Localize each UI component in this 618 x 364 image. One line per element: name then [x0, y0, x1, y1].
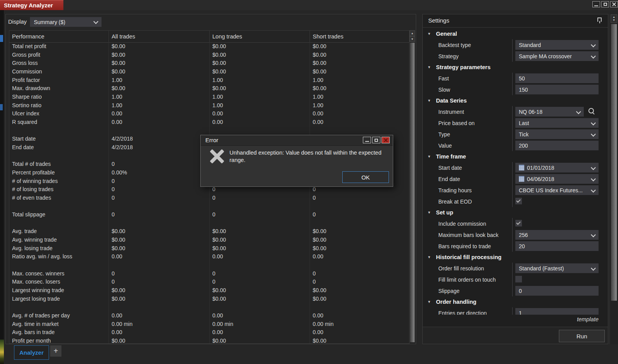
- settings-panel: Settings ▼GeneralBacktest typeStandardSt…: [422, 14, 608, 344]
- setting-row-break-at-eod: Break at EOD: [423, 196, 608, 207]
- maximum-bars-look-back-select[interactable]: 256: [515, 230, 599, 240]
- section-header-strategy-parameters[interactable]: ▼Strategy parameters: [423, 62, 608, 73]
- column-header-long-trades[interactable]: Long trades: [210, 31, 310, 42]
- section-collapse-icon: ▼: [427, 300, 436, 304]
- section-collapse-icon: ▼: [427, 99, 436, 103]
- section-header-general[interactable]: ▼General: [423, 28, 608, 39]
- dialog-maximize-button[interactable]: [372, 137, 380, 143]
- backtest-type-select[interactable]: Standard: [515, 40, 599, 50]
- slippage-input[interactable]: 0: [515, 286, 599, 296]
- fast-input[interactable]: 50: [515, 73, 599, 83]
- section-header-data-series[interactable]: ▼Data Series: [423, 95, 608, 106]
- include-commission-checkbox[interactable]: [515, 220, 522, 226]
- break-at-eod-checkbox[interactable]: [515, 198, 522, 204]
- scroll-up-button[interactable]: ▲: [410, 30, 415, 36]
- row-label: Sortino ratio: [9, 101, 109, 110]
- table-row[interactable]: Sortino ratio1.001.001.00: [9, 101, 409, 110]
- run-button[interactable]: Run: [559, 330, 605, 342]
- strategy-select[interactable]: Sample MA crossover: [515, 51, 599, 61]
- chevron-down-icon: [591, 54, 596, 59]
- setting-label: Start date: [438, 165, 462, 171]
- display-select[interactable]: Summary ($): [30, 17, 102, 27]
- start-date-select[interactable]: 01/01/2018: [515, 163, 599, 172]
- table-row[interactable]: Avg. losing trade$0.00$0.00$0.00: [9, 244, 409, 253]
- grid-scrollbar[interactable]: ▲ ▼: [410, 30, 415, 344]
- instrument-select[interactable]: NQ 06-18: [515, 107, 584, 117]
- section-header-order-handling[interactable]: ▼Order handling: [423, 296, 608, 307]
- table-row[interactable]: Profit per month$0.00$0.00$0.00: [9, 337, 409, 343]
- setting-row-end-date: End date04/06/2018: [423, 173, 608, 185]
- table-row[interactable]: Largest winning trade$0.00$0.00$0.00: [9, 286, 409, 295]
- settings-header: Settings: [423, 14, 608, 28]
- section-header-historical-fill-processing[interactable]: ▼Historical fill processing: [423, 252, 608, 263]
- table-row[interactable]: Largest losing trade$0.00$0.00$0.00: [9, 295, 409, 303]
- table-cell: $0.00: [310, 227, 409, 236]
- table-row[interactable]: Total net profit$0.00$0.00$0.00: [9, 42, 409, 51]
- dialog-title-bar[interactable]: Error: [201, 135, 393, 146]
- column-header-short-trades[interactable]: Short trades: [310, 31, 409, 42]
- table-row[interactable]: Ratio avg. win / avg. loss0.000.000.00: [9, 253, 409, 261]
- scroll-down-button[interactable]: ▼: [410, 36, 415, 42]
- price-based-on-select[interactable]: Last: [515, 118, 599, 128]
- ok-button[interactable]: OK: [342, 171, 389, 183]
- scrollbar-thumb[interactable]: [611, 24, 617, 301]
- table-row[interactable]: Gross loss$0.00$0.00$0.00: [9, 59, 409, 68]
- scrollbar-thumb[interactable]: [410, 43, 415, 342]
- column-header-all-trades[interactable]: All trades: [109, 31, 210, 42]
- value-input[interactable]: 200: [515, 141, 599, 150]
- dialog-minimize-button[interactable]: [363, 137, 371, 143]
- table-cell: [109, 303, 210, 312]
- table-row[interactable]: Max. consec. winners000: [9, 270, 409, 278]
- template-link[interactable]: template: [577, 316, 599, 322]
- row-label: Gross profit: [9, 51, 109, 59]
- table-row[interactable]: Sharpe ratio1.001.001.00: [9, 93, 409, 101]
- table-row[interactable]: Avg. time in market0.00 min0.00 min0.00 …: [9, 320, 409, 329]
- section-title: Order handling: [436, 299, 476, 305]
- row-label: # of losing trades: [9, 185, 109, 194]
- settings-scrollbar[interactable]: ▲▼: [609, 14, 618, 344]
- window-title-tab[interactable]: Strategy Analyzer: [0, 0, 63, 10]
- table-row[interactable]: [9, 219, 409, 228]
- table-row[interactable]: Gross profit$0.00$0.00$0.00: [9, 51, 409, 59]
- slow-input[interactable]: 150: [515, 85, 599, 94]
- dialog-close-button[interactable]: [382, 137, 390, 143]
- table-row[interactable]: Ulcer index0.000.000.00: [9, 110, 409, 118]
- end-date-select[interactable]: 04/06/2018: [515, 174, 599, 184]
- table-row[interactable]: Avg. # of trades per day0.000.000.00: [9, 312, 409, 320]
- table-row[interactable]: Max. consec. losers000: [9, 278, 409, 286]
- table-cell: 0.00: [109, 312, 210, 320]
- table-row[interactable]: Total slippage000: [9, 211, 409, 219]
- entries-per-direction-input[interactable]: 1: [515, 308, 599, 315]
- table-row[interactable]: [9, 303, 409, 312]
- field-value: Tick: [519, 131, 529, 138]
- order-fill-resolution-select[interactable]: Standard (Fastest): [515, 263, 599, 273]
- table-row[interactable]: R squared0.000.000.00: [9, 118, 409, 127]
- table-row[interactable]: Max. drawdown$0.00$0.00$0.00: [9, 84, 409, 93]
- table-row[interactable]: [9, 261, 409, 270]
- type-select[interactable]: Tick: [515, 129, 599, 139]
- scroll-spinner-button[interactable]: ▲▼: [611, 14, 617, 23]
- column-header-performance[interactable]: Performance: [9, 31, 109, 42]
- setting-label: Maximum bars look back: [438, 232, 499, 238]
- table-row[interactable]: # of even trades000: [9, 194, 409, 202]
- close-button[interactable]: [610, 1, 618, 7]
- trading-hours-select[interactable]: CBOE US Index Futures...: [515, 185, 599, 195]
- tab-analyzer[interactable]: Analyzer: [14, 345, 49, 360]
- table-row[interactable]: Avg. trade$0.00$0.00$0.00: [9, 227, 409, 236]
- section-header-set-up[interactable]: ▼Set up: [423, 207, 608, 218]
- table-row[interactable]: Commission$0.00$0.00$0.00: [9, 68, 409, 76]
- minimize-button[interactable]: [592, 1, 600, 7]
- setting-label: Order fill resolution: [438, 265, 484, 272]
- table-row[interactable]: Avg. winning trade$0.00$0.00$0.00: [9, 236, 409, 244]
- add-tab-button[interactable]: +: [50, 345, 61, 357]
- fill-limit-orders-on-touch-checkbox[interactable]: [515, 276, 522, 282]
- table-row[interactable]: Profit factor1.001.001.00: [9, 76, 409, 85]
- maximize-button[interactable]: [601, 1, 609, 7]
- table-row[interactable]: [9, 127, 409, 135]
- section-header-time-frame[interactable]: ▼Time frame: [423, 151, 608, 162]
- instrument-search-button[interactable]: [588, 108, 596, 116]
- table-row[interactable]: [9, 202, 409, 211]
- bars-required-to-trade-input[interactable]: 20: [515, 241, 599, 251]
- pin-icon[interactable]: [597, 17, 602, 22]
- table-row[interactable]: Avg. bars in trade0.000.000.00: [9, 328, 409, 337]
